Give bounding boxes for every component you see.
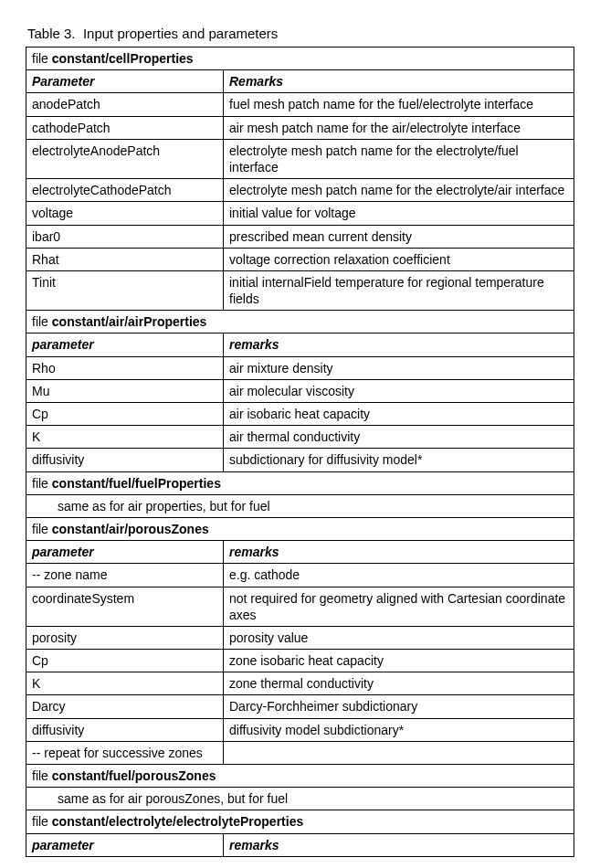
- table-row: ibar0prescribed mean current density: [26, 225, 574, 248]
- remark-cell: not required for geometry aligned with C…: [224, 587, 574, 626]
- caption-prefix: Table 3.: [27, 26, 76, 41]
- param-cell: cathodePatch: [26, 116, 224, 139]
- section-header-row: file constant/air/airProperties: [26, 311, 574, 333]
- column-header-remark: Remarks: [224, 70, 574, 93]
- file-label: file: [32, 314, 52, 329]
- table-row: Muair molecular viscosity: [26, 379, 574, 402]
- remark-cell: air thermal conductivity: [224, 426, 574, 449]
- param-cell: ibar0: [26, 225, 224, 248]
- table-row: Rhatvoltage correction relaxation coeffi…: [26, 248, 574, 270]
- section-note-cell: same as for air properties, but for fuel: [26, 494, 574, 517]
- param-cell: diffusivity: [26, 718, 224, 741]
- table-row: Cpzone isobaric heat capacity: [26, 650, 574, 672]
- remark-cell: diffusivity model subdictionary*: [224, 718, 574, 741]
- table-row: diffusivitysubdictionary for diffusivity…: [26, 449, 574, 471]
- table-row: Kzone thermal conductivity: [26, 672, 574, 695]
- section-note-text: same as for air properties, but for fuel: [32, 499, 270, 513]
- param-cell: porosity: [26, 626, 224, 649]
- remark-cell: electrolyte mesh patch name for the elec…: [224, 179, 574, 202]
- column-header-remark: remarks: [224, 333, 574, 356]
- param-cell: K: [26, 672, 224, 695]
- table-row: diffusivitydiffusivity model subdictiona…: [26, 718, 574, 741]
- file-label: file: [32, 814, 52, 829]
- table-row: -- repeat for successive zones: [26, 741, 574, 764]
- section-note-row: same as for air properties, but for fuel: [26, 494, 574, 517]
- file-path: constant/air/airProperties: [52, 314, 207, 329]
- remark-cell: porosity value: [224, 626, 574, 649]
- table-row: -- zone namee.g. cathode: [26, 564, 574, 587]
- param-cell: -- repeat for successive zones: [26, 741, 224, 764]
- remark-cell: subdictionary for diffusivity model*: [224, 449, 574, 471]
- file-path: constant/fuel/fuelProperties: [52, 476, 221, 491]
- table-row: electrolyteAnodePatchelectrolyte mesh pa…: [26, 139, 574, 178]
- section-header-row: file constant/fuel/fuelProperties: [26, 471, 574, 494]
- column-header-param: parameter: [26, 833, 224, 856]
- column-header-row: ParameterRemarks: [26, 70, 574, 93]
- table-row: cathodePatchair mesh patch name for the …: [26, 116, 574, 139]
- remark-cell: fuel mesh patch name for the fuel/electr…: [224, 93, 574, 116]
- param-cell: coordinateSystem: [26, 587, 224, 626]
- table-row: electrolyteCathodePatchelectrolyte mesh …: [26, 179, 574, 202]
- remark-cell: air molecular viscosity: [224, 379, 574, 402]
- table-row: voltageinitial value for voltage: [26, 202, 574, 225]
- table-caption: Table 3. Input properties and parameters: [26, 26, 574, 41]
- column-header-remark: remarks: [224, 833, 574, 856]
- param-cell: Mu: [26, 379, 224, 402]
- param-cell: electrolyteCathodePatch: [26, 179, 224, 202]
- remark-cell: [224, 741, 574, 764]
- column-header-param: Parameter: [26, 70, 224, 93]
- remark-cell: electrolyte mesh patch name for the elec…: [224, 139, 574, 178]
- remark-cell: air mixture density: [224, 356, 574, 379]
- param-cell: K: [26, 426, 224, 449]
- table-row: Rhoair mixture density: [26, 356, 574, 379]
- file-path: constant/air/porousZones: [52, 522, 209, 536]
- column-header-row: parameterremarks: [26, 833, 574, 856]
- section-header-row: file constant/cellProperties: [26, 48, 574, 70]
- param-cell: Rhat: [26, 248, 224, 270]
- section-note-row: same as for air porousZones, but for fue…: [26, 788, 574, 810]
- table-row: Cpair isobaric heat capacity: [26, 403, 574, 426]
- file-label: file: [32, 476, 52, 491]
- table-row: anodePatchfuel mesh patch name for the f…: [26, 93, 574, 116]
- remark-cell: zone thermal conductivity: [224, 672, 574, 695]
- remark-cell: initial value for voltage: [224, 202, 574, 225]
- column-header-param: parameter: [26, 541, 224, 564]
- param-cell: voltage: [26, 202, 224, 225]
- section-header-row: file constant/fuel/porousZones: [26, 765, 574, 788]
- file-label: file: [32, 51, 52, 66]
- table-row: porosityporosity value: [26, 626, 574, 649]
- remark-cell: prescribed mean current density: [224, 225, 574, 248]
- file-label: file: [32, 522, 52, 536]
- section-header-cell: file constant/fuel/porousZones: [26, 765, 574, 788]
- column-header-row: parameterremarks: [26, 541, 574, 564]
- file-path: constant/cellProperties: [52, 51, 194, 66]
- remark-cell: initial internalField temperature for re…: [224, 270, 574, 310]
- param-cell: diffusivity: [26, 449, 224, 471]
- section-header-cell: file constant/fuel/fuelProperties: [26, 471, 574, 494]
- param-cell: -- zone name: [26, 564, 224, 587]
- caption-text: Input properties and parameters: [83, 26, 278, 41]
- file-path: constant/electrolyte/electrolyteProperti…: [52, 814, 303, 829]
- section-note-cell: same as for air porousZones, but for fue…: [26, 788, 574, 810]
- param-cell: Cp: [26, 650, 224, 672]
- section-header-row: file constant/air/porousZones: [26, 517, 574, 540]
- param-cell: anodePatch: [26, 93, 224, 116]
- param-cell: Rho: [26, 356, 224, 379]
- column-header-row: parameterremarks: [26, 333, 574, 356]
- remark-cell: zone isobaric heat capacity: [224, 650, 574, 672]
- file-path: constant/fuel/porousZones: [52, 768, 216, 783]
- remark-cell: air mesh patch name for the air/electrol…: [224, 116, 574, 139]
- section-header-row: file constant/electrolyte/electrolytePro…: [26, 810, 574, 833]
- section-note-text: same as for air porousZones, but for fue…: [32, 791, 288, 806]
- param-cell: Darcy: [26, 695, 224, 718]
- table-row: DarcyDarcy-Forchheimer subdictionary: [26, 695, 574, 718]
- remark-cell: air isobaric heat capacity: [224, 403, 574, 426]
- column-header-param: parameter: [26, 333, 224, 356]
- properties-table: file constant/cellPropertiesParameterRem…: [26, 47, 574, 857]
- remark-cell: Darcy-Forchheimer subdictionary: [224, 695, 574, 718]
- table-row: Tinitinitial internalField temperature f…: [26, 270, 574, 310]
- section-header-cell: file constant/electrolyte/electrolytePro…: [26, 810, 574, 833]
- param-cell: Tinit: [26, 270, 224, 310]
- section-header-cell: file constant/cellProperties: [26, 48, 574, 70]
- section-header-cell: file constant/air/airProperties: [26, 311, 574, 333]
